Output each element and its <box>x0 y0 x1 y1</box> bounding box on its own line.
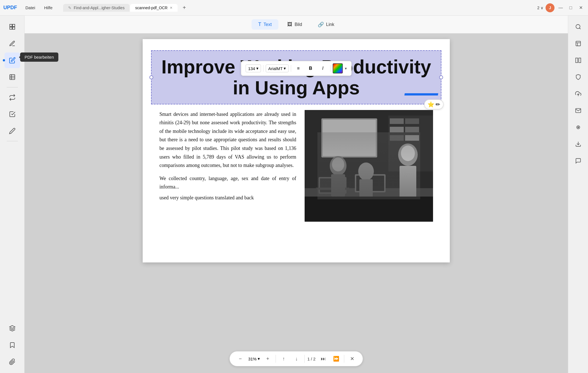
sidebar-compare[interactable] <box>570 52 586 68</box>
sidebar-send-right[interactable] <box>570 103 586 118</box>
fmt-divider-3 <box>330 65 330 72</box>
svg-rect-2 <box>10 27 12 29</box>
resize-handle-left[interactable] <box>149 75 153 79</box>
nav-divider-1 <box>276 355 276 363</box>
menu-hilfe[interactable]: Hilfe <box>40 4 56 12</box>
sidebar-chat-right[interactable] <box>570 153 586 169</box>
svg-marker-8 <box>9 326 15 328</box>
font-name-selector[interactable]: ArialMT ▾ <box>266 64 289 72</box>
scroll-down-button[interactable]: ↓ <box>291 354 302 364</box>
text-tool-button[interactable]: T Text <box>252 19 278 30</box>
sidebar-sign[interactable] <box>4 123 20 139</box>
sidebar-thumbnail[interactable] <box>4 19 20 35</box>
chevron-icon[interactable]: ∨ <box>541 6 543 10</box>
page-indicator: 2 ∨ <box>537 6 543 10</box>
bold-icon: B <box>309 66 312 71</box>
tooltip-popup: PDF bearbeiten <box>20 52 58 62</box>
office-image-svg <box>305 110 433 222</box>
image-tool-button[interactable]: 🖼 Bild <box>281 19 309 30</box>
zoom-selector[interactable]: 31% ▾ <box>248 356 260 361</box>
svg-rect-36 <box>576 41 580 46</box>
svg-line-35 <box>579 28 580 29</box>
zoom-out-button[interactable]: − <box>235 354 245 364</box>
tab-find-apply[interactable]: ✎ Find-and-Appl...igher-Studies <box>63 4 130 12</box>
close-nav-button[interactable]: ✕ <box>347 354 357 364</box>
sidebar-ocr[interactable] <box>570 36 586 51</box>
maximize-button[interactable]: □ <box>567 4 575 12</box>
sidebar-organize[interactable] <box>4 69 20 85</box>
sidebar-bookmarks[interactable] <box>4 337 20 353</box>
link-tool-button[interactable]: 🔗 Link <box>311 19 341 30</box>
svg-rect-0 <box>10 24 12 27</box>
bold-button[interactable]: B <box>305 63 315 73</box>
svg-point-30 <box>332 157 344 171</box>
sidebar-layers[interactable] <box>4 321 20 336</box>
tab-add-button[interactable]: + <box>180 4 188 12</box>
page-num: 2 <box>537 6 539 10</box>
sidebar-edit-pdf[interactable] <box>4 52 20 68</box>
body-paragraph-3: used very simple questions translated an… <box>159 193 296 202</box>
tab-close-icon[interactable]: ✕ <box>170 6 173 10</box>
fmt-divider-2 <box>291 65 291 72</box>
nav-divider-3 <box>344 355 344 363</box>
skip-pages-button[interactable]: ⏭ <box>318 354 328 364</box>
svg-point-25 <box>398 144 418 166</box>
tab-scanned-pdf[interactable]: scanned-pdf_OCR ✕ <box>130 4 178 12</box>
menu-bar: Datei Hilfe <box>21 4 56 12</box>
logo-text: UPDF <box>3 5 17 11</box>
ai-star-icon: ⭐ <box>427 101 434 108</box>
zoom-in-button[interactable]: + <box>263 354 273 364</box>
svg-rect-24 <box>356 176 384 191</box>
ai-tools-badge[interactable]: ⭐ ✏ <box>424 99 444 109</box>
text-tool-label: Text <box>264 22 272 27</box>
close-window-button[interactable]: ✕ <box>577 4 585 12</box>
italic-button[interactable]: I <box>318 63 328 73</box>
page-navigation: 1 / 2 <box>307 357 315 361</box>
sidebar-search-right[interactable] <box>570 19 586 35</box>
zoom-display: 31% ▾ <box>248 356 260 361</box>
pdf-viewer[interactable]: Improve Working Productivityin Using App… <box>25 34 568 373</box>
color-picker-button[interactable] <box>333 63 343 73</box>
sidebar-share-right[interactable] <box>570 86 586 102</box>
selected-text-block[interactable]: Improve Working Productivityin Using App… <box>151 50 441 104</box>
user-avatar[interactable]: J <box>546 3 554 12</box>
sidebar-download-right[interactable] <box>570 136 586 152</box>
office-scene <box>305 110 433 222</box>
font-size-selector[interactable]: 134 ▾ <box>246 64 261 72</box>
minimize-button[interactable]: — <box>557 4 565 12</box>
title-bar: UPDF Datei Hilfe ✎ Find-and-Appl...igher… <box>0 0 588 16</box>
svg-rect-20 <box>319 177 346 194</box>
next-page-button[interactable]: ⏩ <box>331 354 341 364</box>
nav-divider-2 <box>304 355 305 363</box>
font-size-chevron: ▾ <box>256 66 259 71</box>
svg-point-27 <box>401 145 415 161</box>
svg-rect-23 <box>355 174 386 192</box>
sidebar-record[interactable] <box>570 119 586 135</box>
svg-rect-1 <box>13 24 15 27</box>
scroll-up-button[interactable]: ↑ <box>279 354 289 364</box>
svg-rect-11 <box>323 120 376 156</box>
sidebar-divider-1 <box>7 87 18 87</box>
fmt-divider-1 <box>263 65 264 72</box>
body-paragraph: Smart devices and internet-based applica… <box>159 110 296 170</box>
blue-line-decoration <box>404 93 438 95</box>
tab-edit-icon: ✎ <box>68 6 71 10</box>
svg-rect-32 <box>359 179 373 199</box>
menu-datei[interactable]: Datei <box>21 4 39 12</box>
align-button[interactable]: ≡ <box>293 63 303 73</box>
sidebar-forms[interactable] <box>4 106 20 122</box>
sidebar-convert[interactable] <box>4 90 20 105</box>
main-layout: T Text 🖼 Bild 🔗 Link 134 ▾ ArialMT ▾ <box>0 16 588 373</box>
resize-handle-right[interactable] <box>439 75 443 79</box>
link-tool-label: Link <box>326 22 334 27</box>
zoom-level: 31% <box>248 357 257 361</box>
svg-rect-13 <box>390 118 404 124</box>
tab-find-label: Find-and-Appl...igher-Studies <box>74 6 125 10</box>
svg-rect-33 <box>305 197 433 222</box>
svg-rect-15 <box>390 127 404 132</box>
sidebar-protect[interactable] <box>570 69 586 85</box>
sidebar-attachments[interactable] <box>4 354 20 370</box>
color-chevron[interactable]: ▾ <box>345 66 347 71</box>
sidebar-annotate[interactable] <box>4 36 20 51</box>
document-image <box>305 110 433 222</box>
